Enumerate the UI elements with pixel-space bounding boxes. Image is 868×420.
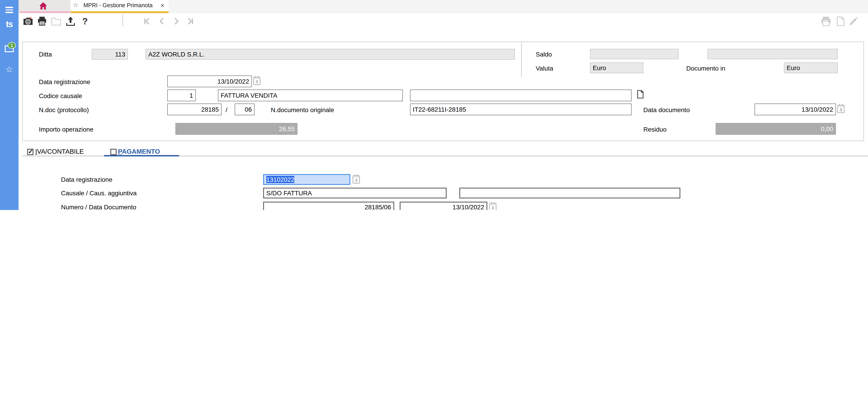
codice-causale-desc-field[interactable]: FATTURA VENDITA	[218, 90, 403, 101]
ndoc-suffix-field[interactable]: 06	[235, 103, 254, 115]
nav-next-icon[interactable]	[170, 16, 182, 27]
tab-title: MPRI - Gestione Primanota	[80, 0, 156, 11]
nav-previous-icon[interactable]	[156, 16, 168, 27]
favorites-star-icon[interactable]: ☆	[0, 64, 19, 74]
sidebar: ts 1 ☆ ☎ ec	[0, 0, 19, 210]
tab-home[interactable]	[19, 0, 70, 11]
tab-favorite-star-icon[interactable]: ☆	[73, 1, 79, 8]
saldo-field-1[interactable]	[590, 49, 679, 59]
ndoc-number-field[interactable]: 28185	[167, 103, 221, 115]
residuo-label: Residuo	[643, 126, 666, 133]
codice-causale-extra-field[interactable]	[410, 90, 631, 101]
hamburger-menu-icon[interactable]	[0, 5, 19, 14]
form-data-registrazione-label: Data registrazione	[61, 176, 112, 183]
valuta-label: Valuta	[536, 65, 553, 72]
nav-last-icon[interactable]	[184, 16, 196, 27]
form-data-registrazione-field[interactable]: 13102022	[263, 174, 350, 185]
toolbar: ? PDF	[19, 13, 868, 29]
new-document-icon[interactable]	[835, 16, 846, 27]
tab-active-mpri[interactable]: ☆ MPRI - Gestione Primanota ×	[70, 0, 168, 11]
data-registrazione-field[interactable]: 13/10/2022	[167, 76, 252, 87]
upload-icon[interactable]	[65, 16, 76, 27]
causale-field[interactable]: S/DO FATTURA	[263, 188, 447, 199]
teamsystem-logo: ts	[0, 19, 19, 30]
saldo-field-2[interactable]	[708, 49, 838, 59]
nav-first-icon[interactable]	[141, 16, 153, 27]
pagamento-checkbox[interactable]	[110, 149, 117, 155]
data-documento-form-field[interactable]: 13/10/2022	[400, 202, 487, 210]
importo-operazione-label: Importo operazione	[39, 126, 93, 133]
open-folder-icon[interactable]	[50, 16, 62, 27]
valuta-field[interactable]: Euro	[590, 62, 643, 73]
causale-aggiuntiva-field[interactable]	[459, 188, 680, 199]
home-icon	[39, 2, 47, 9]
home-tab-underline	[20, 11, 70, 13]
print-icon[interactable]	[36, 16, 48, 27]
tab-iva-contabile[interactable]: IVA/CONTABILE	[35, 148, 84, 155]
screenshot-camera-icon[interactable]	[22, 16, 34, 27]
ditta-label: Ditta	[39, 51, 52, 58]
calendar-icon[interactable]: 3	[837, 105, 844, 113]
ditta-name-field[interactable]: A2Z WORLD S.R.L.	[146, 49, 515, 60]
data-documento-label: Data documento	[643, 106, 690, 114]
ndoc-separator: /	[225, 106, 227, 114]
tab-strip: ☆ MPRI - Gestione Primanota ×	[19, 0, 868, 13]
codice-causale-label: Codice causale	[39, 92, 82, 99]
active-tab-underline	[70, 11, 168, 13]
tab-pagamento[interactable]: PAGAMENTO	[118, 148, 160, 155]
causale-label: Causale / Caus. aggiuntiva	[61, 189, 137, 197]
tab-close-icon[interactable]: ×	[160, 1, 164, 9]
print-pdf-icon[interactable]: PDF	[820, 16, 832, 27]
edit-pencil-icon[interactable]	[848, 16, 860, 27]
ditta-code-field[interactable]: 113	[92, 49, 128, 60]
documento-in-label: Documento in	[686, 65, 725, 72]
calendar-icon[interactable]: 3	[253, 77, 260, 85]
ndoc-originale-field[interactable]: IT22-68211I-28185	[410, 103, 631, 115]
help-icon[interactable]: ?	[79, 16, 91, 27]
attached-document-icon[interactable]	[637, 90, 644, 98]
data-registrazione-label: Data registrazione	[39, 78, 90, 85]
data-documento-field[interactable]: 13/10/2022	[754, 103, 836, 115]
app-window: ts 1 ☆ ☎ ec	[0, 0, 868, 210]
documento-in-field[interactable]: Euro	[784, 62, 838, 73]
residuo-field: 0,00	[716, 123, 836, 135]
calendar-icon[interactable]: 3	[352, 175, 360, 184]
ts-logo-text: ts	[6, 20, 13, 29]
importo-operazione-field: 26,55	[176, 123, 298, 135]
svg-text:PDF: PDF	[823, 20, 829, 23]
ndoc-label: N.doc (protocollo)	[39, 106, 89, 114]
toolbar-separator	[123, 14, 123, 27]
header-panel-divider	[521, 41, 522, 77]
active-section-tab-indicator	[104, 155, 179, 156]
saldo-label: Saldo	[536, 51, 552, 58]
iva-contabile-checkbox[interactable]: ✓	[27, 149, 33, 155]
numero-documento-field[interactable]: 28185/06	[263, 202, 394, 210]
numero-data-documento-label: Numero / Data Documento	[61, 204, 136, 210]
calendar-icon[interactable]: 3	[489, 203, 496, 210]
codice-causale-code-field[interactable]: 1	[167, 90, 196, 101]
ndoc-originale-label: N.documento originale	[271, 106, 334, 114]
notification-badge: 1	[8, 42, 16, 49]
